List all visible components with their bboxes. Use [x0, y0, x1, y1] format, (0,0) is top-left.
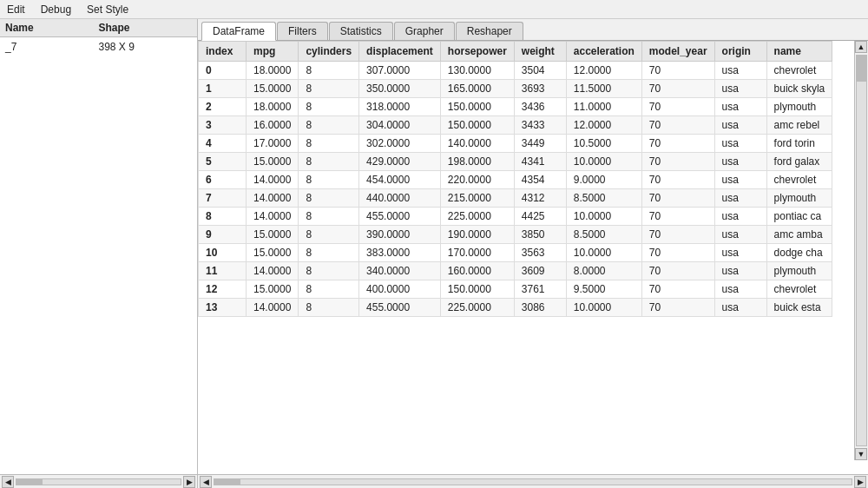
cell-11-7: 70 — [641, 262, 714, 280]
cell-10-9: dodge cha — [766, 244, 832, 262]
cell-5-0: 5 — [199, 153, 247, 171]
cell-10-5: 3563 — [514, 244, 566, 262]
menu-setstyle[interactable]: Set Style — [83, 2, 132, 17]
cell-4-3: 302.0000 — [359, 135, 441, 153]
cell-12-5: 3761 — [514, 280, 566, 299]
table-row[interactable]: 915.00008390.0000190.000038508.500070usa… — [199, 226, 832, 244]
table-row[interactable]: 218.00008318.0000150.0000343611.000070us… — [199, 98, 832, 116]
vscroll-down[interactable]: ▼ — [855, 448, 867, 460]
tab-grapher[interactable]: Grapher — [394, 22, 455, 40]
cell-13-1: 14.0000 — [247, 299, 299, 317]
cell-8-2: 8 — [299, 208, 359, 226]
col-name: name — [766, 42, 832, 62]
hscroll-left[interactable]: ◀ — [200, 476, 212, 488]
table-container: indexmpgcylindersdisplacementhorsepowerw… — [198, 41, 868, 474]
item-name: _7 — [5, 41, 99, 53]
cell-9-9: amc amba — [766, 226, 832, 244]
cell-6-5: 4354 — [514, 171, 566, 189]
cell-13-5: 3086 — [514, 299, 566, 317]
right-panel: DataFrameFiltersStatisticsGrapherReshape… — [198, 19, 868, 488]
table-row[interactable]: 714.00008440.0000215.000043128.500070usa… — [199, 189, 832, 208]
table-row[interactable]: 814.00008455.0000225.0000442510.000070us… — [199, 208, 832, 226]
hscroll-thumb — [214, 479, 240, 485]
cell-7-2: 8 — [299, 189, 359, 208]
cell-6-0: 6 — [199, 171, 247, 189]
scroll-thumb — [16, 479, 43, 485]
main-layout: Name Shape _7 398 X 9 ◀ ▶ DataFrameFilte… — [0, 19, 868, 488]
cell-1-3: 350.0000 — [359, 80, 441, 98]
menu-debug[interactable]: Debug — [37, 2, 75, 17]
cell-10-7: 70 — [641, 244, 714, 262]
scroll-left-arrow[interactable]: ◀ — [2, 476, 14, 488]
cell-13-7: 70 — [641, 299, 714, 317]
cell-2-3: 318.0000 — [359, 98, 441, 116]
table-row[interactable]: 515.00008429.0000198.0000434110.000070us… — [199, 153, 832, 171]
cell-6-9: chevrolet — [766, 171, 832, 189]
cell-7-4: 215.0000 — [440, 189, 514, 208]
cell-11-6: 8.0000 — [566, 262, 641, 280]
cell-7-1: 14.0000 — [247, 189, 299, 208]
cell-7-7: 70 — [641, 189, 714, 208]
cell-11-9: plymouth — [766, 262, 832, 280]
table-row[interactable]: 1114.00008340.0000160.000036098.000070us… — [199, 262, 832, 280]
tab-reshaper[interactable]: Reshaper — [456, 22, 523, 40]
tab-filters[interactable]: Filters — [277, 22, 328, 40]
menu-edit[interactable]: Edit — [3, 2, 29, 17]
cell-11-1: 14.0000 — [247, 262, 299, 280]
cell-3-7: 70 — [641, 116, 714, 135]
tab-dataframe[interactable]: DataFrame — [201, 22, 276, 41]
cell-6-4: 220.0000 — [440, 171, 514, 189]
list-item[interactable]: _7 398 X 9 — [5, 39, 192, 55]
cell-0-5: 3504 — [514, 62, 566, 80]
cell-11-3: 340.0000 — [359, 262, 441, 280]
table-scroll-area[interactable]: indexmpgcylindersdisplacementhorsepowerw… — [198, 41, 868, 474]
cell-2-1: 18.0000 — [247, 98, 299, 116]
cell-8-0: 8 — [199, 208, 247, 226]
cell-12-8: usa — [714, 280, 766, 299]
cell-2-4: 150.0000 — [440, 98, 514, 116]
cell-10-2: 8 — [299, 244, 359, 262]
cell-10-6: 10.0000 — [566, 244, 641, 262]
hscroll-right[interactable]: ▶ — [854, 476, 866, 488]
cell-12-3: 400.0000 — [359, 280, 441, 299]
table-row[interactable]: 417.00008302.0000140.0000344910.500070us… — [199, 135, 832, 153]
table-row[interactable]: 614.00008454.0000220.000043549.000070usa… — [199, 171, 832, 189]
cell-5-3: 429.0000 — [359, 153, 441, 171]
cell-0-3: 307.0000 — [359, 62, 441, 80]
cell-3-5: 3433 — [514, 116, 566, 135]
table-row[interactable]: 115.00008350.0000165.0000369311.500070us… — [199, 80, 832, 98]
table-row[interactable]: 018.00008307.0000130.0000350412.000070us… — [199, 62, 832, 80]
cell-7-3: 440.0000 — [359, 189, 441, 208]
cell-8-5: 4425 — [514, 208, 566, 226]
table-row[interactable]: 1015.00008383.0000170.0000356310.000070u… — [199, 244, 832, 262]
cell-6-2: 8 — [299, 171, 359, 189]
cell-13-4: 225.0000 — [440, 299, 514, 317]
cell-13-6: 10.0000 — [566, 299, 641, 317]
cell-6-7: 70 — [641, 171, 714, 189]
cell-3-6: 12.0000 — [566, 116, 641, 135]
vscroll-track[interactable] — [856, 55, 867, 446]
table-row[interactable]: 1314.00008455.0000225.0000308610.000070u… — [199, 299, 832, 317]
table-row[interactable]: 316.00008304.0000150.0000343312.000070us… — [199, 116, 832, 135]
hscroll-track[interactable] — [214, 478, 852, 485]
vertical-scrollbar: ▲ ▼ — [854, 41, 868, 460]
cell-9-8: usa — [714, 226, 766, 244]
scroll-track[interactable] — [16, 478, 181, 485]
cell-2-7: 70 — [641, 98, 714, 116]
col-index: index — [199, 42, 247, 62]
cell-0-6: 12.0000 — [566, 62, 641, 80]
cell-5-2: 8 — [299, 153, 359, 171]
cell-3-4: 150.0000 — [440, 116, 514, 135]
cell-3-2: 8 — [299, 116, 359, 135]
tab-statistics[interactable]: Statistics — [329, 22, 393, 40]
cell-9-1: 15.0000 — [247, 226, 299, 244]
tabs: DataFrameFiltersStatisticsGrapherReshape… — [198, 19, 868, 41]
cell-9-4: 190.0000 — [440, 226, 514, 244]
cell-5-6: 10.0000 — [566, 153, 641, 171]
table-row[interactable]: 1215.00008400.0000150.000037619.500070us… — [199, 280, 832, 299]
scroll-right-arrow[interactable]: ▶ — [183, 476, 195, 488]
cell-11-4: 160.0000 — [440, 262, 514, 280]
cell-12-0: 12 — [199, 280, 247, 299]
cell-9-2: 8 — [299, 226, 359, 244]
vscroll-up[interactable]: ▲ — [855, 41, 867, 53]
